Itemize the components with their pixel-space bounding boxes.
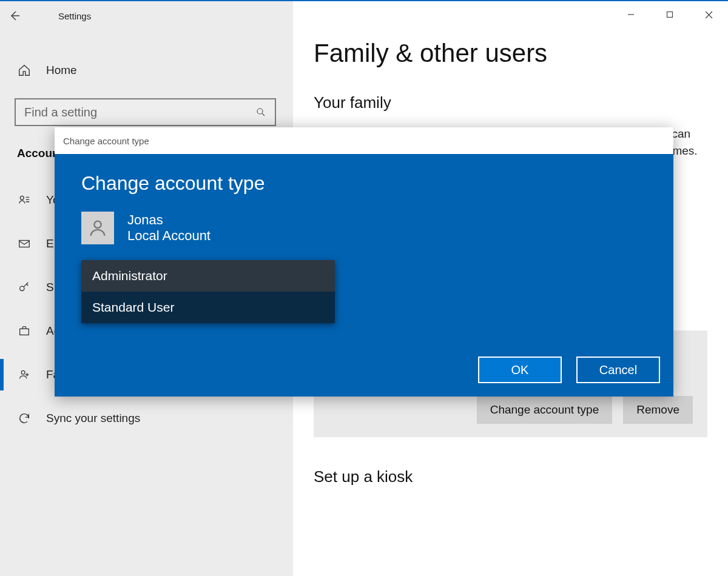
close-button[interactable] bbox=[689, 1, 728, 28]
svg-point-3 bbox=[20, 286, 24, 290]
cancel-button[interactable]: Cancel bbox=[576, 357, 660, 383]
close-icon bbox=[705, 11, 713, 19]
dialog-titlebar[interactable]: Change account type bbox=[55, 127, 673, 154]
account-type-dropdown[interactable]: Administrator Standard User bbox=[81, 260, 335, 323]
page-title: Family & other users bbox=[314, 39, 728, 68]
sync-icon bbox=[17, 412, 32, 425]
sidebar-home-label: Home bbox=[46, 64, 77, 77]
home-icon bbox=[17, 64, 32, 77]
svg-rect-2 bbox=[19, 241, 30, 247]
dialog-user-subtitle: Local Account bbox=[127, 228, 211, 244]
svg-point-8 bbox=[94, 221, 101, 228]
dropdown-option-standard-user[interactable]: Standard User bbox=[81, 292, 335, 323]
dialog-user-row: Jonas Local Account bbox=[81, 212, 647, 244]
search-icon bbox=[255, 107, 266, 118]
sidebar-item-sync[interactable]: Sync your settings bbox=[0, 397, 293, 440]
person-icon bbox=[87, 218, 108, 238]
svg-rect-4 bbox=[20, 329, 29, 335]
window-title: Settings bbox=[58, 11, 91, 21]
search-input[interactable] bbox=[24, 105, 255, 119]
back-button[interactable] bbox=[0, 10, 29, 22]
window-titlebar: Settings bbox=[0, 1, 293, 30]
key-icon bbox=[17, 281, 32, 294]
family-icon bbox=[17, 368, 32, 381]
sidebar-home[interactable]: Home bbox=[0, 53, 293, 87]
maximize-icon bbox=[666, 11, 673, 18]
ok-button[interactable]: OK bbox=[478, 357, 562, 383]
dropdown-option-administrator[interactable]: Administrator bbox=[81, 260, 335, 292]
search-settings[interactable] bbox=[15, 98, 276, 126]
briefcase-icon bbox=[17, 324, 32, 338]
window-buttons bbox=[612, 1, 728, 28]
dialog-user-name: Jonas bbox=[127, 212, 211, 228]
back-arrow-icon bbox=[8, 10, 21, 22]
email-icon bbox=[17, 237, 32, 250]
svg-point-1 bbox=[20, 196, 24, 199]
svg-rect-6 bbox=[667, 12, 673, 18]
dialog-heading: Change account type bbox=[81, 172, 647, 195]
dialog-avatar bbox=[81, 212, 114, 244]
your-info-icon bbox=[17, 193, 32, 207]
remove-user-button[interactable]: Remove bbox=[623, 396, 693, 424]
change-account-type-dialog: Change account type Change account type … bbox=[55, 127, 673, 397]
change-account-type-button[interactable]: Change account type bbox=[477, 396, 613, 424]
svg-point-5 bbox=[21, 370, 25, 374]
kiosk-heading: Set up a kiosk bbox=[314, 467, 728, 486]
sidebar-item-label: Sync your settings bbox=[46, 412, 140, 425]
svg-point-0 bbox=[257, 109, 263, 114]
maximize-button[interactable] bbox=[650, 1, 689, 28]
minimize-button[interactable] bbox=[612, 1, 650, 28]
minimize-icon bbox=[627, 11, 635, 18]
family-heading: Your family bbox=[314, 93, 728, 112]
